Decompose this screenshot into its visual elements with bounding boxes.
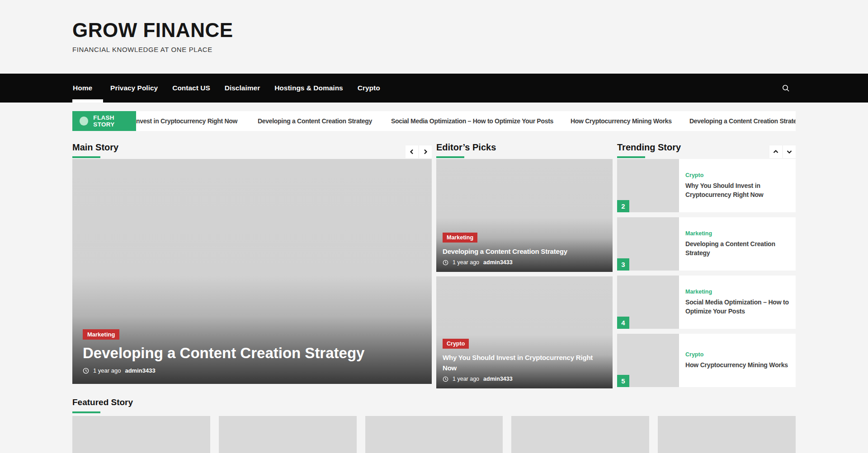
post-category[interactable]: Crypto — [685, 351, 791, 358]
main-story-section: Main Story Marketing — [72, 142, 432, 392]
trending-item[interactable]: 2 Crypto Why You Should Invest in Crypto… — [617, 159, 796, 212]
featured-post-thumbnail[interactable] — [365, 416, 503, 453]
post-author[interactable]: admin3433 — [483, 259, 513, 266]
trending-up-button[interactable] — [769, 145, 782, 158]
trending-item[interactable]: 5 Crypto How Cryptocurrency Mining Works — [617, 334, 796, 387]
featured-story-heading: Featured Story — [72, 397, 796, 413]
flash-story-ticker: Why You Should Invest in Cryptocurrency … — [72, 111, 796, 131]
category-badge[interactable]: Crypto — [443, 339, 469, 349]
chevron-right-icon — [423, 149, 428, 154]
ticker-item[interactable]: Social Media Optimization – How to Optim… — [391, 111, 553, 131]
nav-item-crypto[interactable]: Crypto — [350, 74, 387, 103]
editors-pick-card[interactable]: Crypto Why You Should Invest in Cryptocu… — [436, 276, 613, 388]
trending-story-heading: Trending Story — [617, 142, 681, 158]
category-badge[interactable]: Marketing — [443, 233, 477, 243]
nav-item-contact-us[interactable]: Contact US — [165, 74, 217, 103]
site-title[interactable]: GROW FINANCE — [72, 19, 796, 42]
post-time[interactable]: 1 year ago — [453, 259, 479, 266]
post-author[interactable]: admin3433 — [483, 376, 513, 382]
main-nav: Home Privacy Policy Contact US Disclaime… — [0, 74, 868, 103]
main-story-prev-button[interactable] — [406, 145, 418, 158]
post-title[interactable]: Why You Should Invest in Cryptocurrency … — [443, 352, 604, 373]
rank-badge: 4 — [617, 317, 629, 329]
category-badge[interactable]: Marketing — [83, 329, 119, 340]
featured-post-thumbnail[interactable] — [219, 416, 357, 453]
post-title[interactable]: Social Media Optimization – How to Optim… — [685, 298, 791, 316]
flash-story-label: FLASH STORY — [93, 114, 136, 128]
post-title[interactable]: Developing a Content Creation Strategy — [443, 246, 604, 257]
ticker-item[interactable]: Developing a Content Creation Strategy — [258, 111, 372, 131]
site-tagline: FINANCIAL KNOWLEDGE AT ONE PLACE — [72, 46, 796, 53]
nav-item-home[interactable]: Home — [72, 74, 103, 103]
post-author[interactable]: admin3433 — [125, 367, 155, 374]
nav-item-disclaimer[interactable]: Disclaimer — [217, 74, 267, 103]
post-thumbnail[interactable]: 3 — [617, 217, 679, 271]
post-thumbnail[interactable]: 4 — [617, 276, 679, 329]
trending-story-section: Trending Story 2 — [617, 142, 796, 392]
search-icon — [782, 84, 790, 92]
rank-badge: 5 — [617, 375, 629, 387]
trending-item[interactable]: 4 Marketing Social Media Optimization – … — [617, 276, 796, 329]
rank-badge: 2 — [617, 200, 629, 212]
editors-picks-heading: Editor’s Picks — [436, 142, 496, 158]
editors-picks-section: Editor’s Picks Marketing Developing a Co… — [436, 142, 613, 392]
clock-icon — [443, 376, 448, 382]
ticker-item[interactable]: Developing a Content Creation Strategy — [689, 111, 796, 131]
post-time[interactable]: 1 year ago — [93, 367, 121, 374]
post-category[interactable]: Crypto — [685, 172, 791, 178]
chevron-down-icon — [787, 149, 792, 154]
ticker-item[interactable]: How Cryptocurrency Mining Works — [571, 111, 672, 131]
clock-icon — [83, 368, 89, 374]
main-story-heading: Main Story — [72, 142, 118, 158]
post-category[interactable]: Marketing — [685, 289, 791, 295]
editors-pick-card[interactable]: Marketing Developing a Content Creation … — [436, 159, 613, 272]
chevron-up-icon — [773, 149, 778, 154]
post-title[interactable]: Why You Should Invest in Cryptocurrency … — [685, 181, 791, 199]
post-title[interactable]: Developing a Content Creation Strategy — [685, 239, 791, 257]
post-category[interactable]: Marketing — [685, 230, 791, 237]
clock-icon — [443, 260, 448, 266]
rank-badge: 3 — [617, 258, 629, 271]
post-thumbnail[interactable]: 5 — [617, 334, 679, 387]
featured-post-thumbnail[interactable] — [511, 416, 649, 453]
site-header: GROW FINANCE FINANCIAL KNOWLEDGE AT ONE … — [0, 0, 868, 74]
trending-down-button[interactable] — [783, 145, 796, 158]
main-story-next-button[interactable] — [419, 145, 432, 158]
featured-story-section: Featured Story — [72, 397, 796, 453]
post-thumbnail[interactable]: 2 — [617, 159, 679, 212]
search-button[interactable] — [776, 74, 796, 103]
post-time[interactable]: 1 year ago — [453, 376, 479, 382]
trending-item[interactable]: 3 Marketing Developing a Content Creatio… — [617, 217, 796, 271]
main-story-card[interactable]: Marketing Developing a Content Creation … — [72, 159, 432, 384]
featured-post-thumbnail[interactable] — [72, 416, 210, 453]
nav-item-hostings-domains[interactable]: Hostings & Domains — [267, 74, 350, 103]
flash-dot-icon — [80, 117, 88, 126]
flash-story-badge: FLASH STORY — [72, 111, 136, 131]
post-title[interactable]: Developing a Content Creation Strategy — [83, 344, 423, 362]
post-title[interactable]: How Cryptocurrency Mining Works — [685, 360, 791, 369]
nav-item-privacy-policy[interactable]: Privacy Policy — [103, 74, 165, 103]
chevron-left-icon — [409, 149, 415, 154]
featured-post-thumbnail[interactable] — [658, 416, 796, 453]
